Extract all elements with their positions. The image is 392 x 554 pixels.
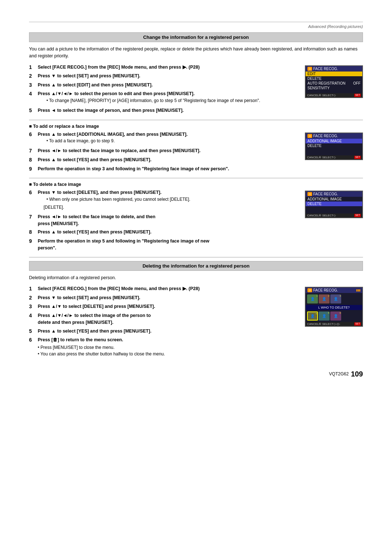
section2-intro: Deleting information of a registered per… <box>29 274 363 281</box>
thumbs-row-2: 👤 4 👤 5 👤 6 <box>306 310 362 322</box>
s2-step-3: 3 Press ▲/▼ to select [DELETE] and press… <box>29 303 298 310</box>
add-step-9: 9 Perform the operation in step 3 and fo… <box>29 166 298 173</box>
who-to-delete-label: L WHO TO DELETE? <box>306 305 362 310</box>
page-header: Advanced (Recording pictures) <box>29 22 363 29</box>
thumb-1: 👤 1 <box>307 294 318 304</box>
add-step-7: 7 Press ◄/► to select the face image to … <box>29 147 298 155</box>
s2-step-5: 5 Press ▲ to select [YES] and then press… <box>29 328 298 335</box>
face-recog-icon: ⊡ <box>307 67 312 71</box>
face-recog-icon-4: ⊡ <box>307 288 312 292</box>
menu3-additional: ADDITIONAL IMAGE <box>306 197 362 201</box>
step-5: 5 Press ◄ to select the image of person,… <box>29 107 298 114</box>
step4-subnote: To change [NAME], [PRIORITY] or [AGE] in… <box>46 97 298 104</box>
section2-steps: 1 Select [FACE RECOG.] from the [REC] Mo… <box>29 285 298 359</box>
thumb-4: 👤 4 <box>307 311 318 321</box>
s2-step-4: 4 Press ▲/▼/◄/► to select the image of t… <box>29 312 298 326</box>
menu3-footer: CANCEL⑥ SELECT◇ SET <box>306 213 362 217</box>
delete-person-panel: ⊡ FACE RECOG. ▮▮▮ 👤 1 👤 2 👤 <box>305 287 363 327</box>
thumb-2: 👤 2 <box>319 294 330 304</box>
face-recog-icon-3: ⊡ <box>307 192 312 196</box>
subsection-delete-steps: 6 Press ▼ to select [DELETE], and then p… <box>29 189 298 253</box>
s2-step-6: 6 Press [🗑] to return to the menu screen… <box>29 337 298 357</box>
footer-code: VQT2G62 <box>329 371 349 376</box>
step-2: 2 Press ▼ to select [SET] and press [MEN… <box>29 73 298 80</box>
add-step6-subnote: To add a face image, go to step 9. <box>46 138 298 144</box>
s2-step-2: 2 Press ▼ to select [SET] and press [MEN… <box>29 294 298 302</box>
del-step-9: 9 Perform the operation in step 5 and fo… <box>29 238 298 252</box>
menu1-edit: EDIT <box>306 72 362 76</box>
delete-panel-footer: CANCEL⑥ SELECT◇◁▷ SET <box>306 322 362 326</box>
del-step-8: 8 Press ▲ to select [YES] and then press… <box>29 229 298 236</box>
del-step6-subnote: When only one picture has been registere… <box>46 196 298 203</box>
face-recog-menu-1: ⊡ FACE RECOG. EDIT DELETE AUTO REGISTRAT… <box>305 65 363 98</box>
menu2-footer: CANCEL⑥ SELECT◇ SET <box>306 155 362 159</box>
page-header-text: Advanced (Recording pictures) <box>308 24 363 29</box>
menu1-sensitivity: SENSITIVITY <box>306 86 362 90</box>
subsection-delete-header: To delete a face image <box>29 182 363 187</box>
add-step-8: 8 Press ▲ to select [YES] and then press… <box>29 156 298 164</box>
step-4: 4 Press ▲/▼/◄/► to select the person to … <box>29 90 298 105</box>
face-recog-icon-2: ⊡ <box>307 134 312 138</box>
section1-header: Change the information for a registered … <box>29 32 363 42</box>
step-1: 1 Select [FACE RECOG.] from the [REC] Mo… <box>29 64 298 71</box>
section1-intro: You can add a picture to the information… <box>29 46 363 60</box>
add-step-6: 6 Press ▲ to select [ADDITIONAL IMAGE], … <box>29 131 298 146</box>
section1-steps-main: 1 Select [FACE RECOG.] from the [REC] Mo… <box>29 64 298 116</box>
page-number: 109 <box>351 370 363 378</box>
face-recog-menu-2: ⊡ FACE RECOG. ADDITIONAL IMAGE DELETE CA… <box>305 133 363 160</box>
del-step-6: 6 Press ▼ to select [DELETE], and then p… <box>29 189 298 212</box>
page-footer: VQT2G62 109 <box>29 370 363 378</box>
menu2-additional: ADDITIONAL IMAGE <box>306 139 362 143</box>
menu1-delete: DELETE <box>306 76 362 81</box>
menu1-footer: CANCEL⑥ SELECT◇ SET <box>306 93 362 97</box>
divider-2 <box>29 178 363 178</box>
subsection-add-steps: 6 Press ▲ to select [ADDITIONAL IMAGE], … <box>29 131 298 175</box>
thumb-5: 👤 5 <box>319 311 330 321</box>
menu1-auto-reg: AUTO REGISTRATIONOFF <box>306 81 362 86</box>
face-recog-menu-3: ⊡ FACE RECOG. ADDITIONAL IMAGE DELETE CA… <box>305 191 363 218</box>
subsection-add-header: To add or replace a face image <box>29 124 363 129</box>
divider-3 <box>29 257 363 257</box>
s2-step-1: 1 Select [FACE RECOG.] from the [REC] Mo… <box>29 285 298 293</box>
menu3-delete: DELETE <box>306 201 362 206</box>
section2-header: Deleting the information for a registere… <box>29 261 363 271</box>
del-step-7: 7 Press ◄/► to select the face image to … <box>29 213 298 227</box>
thumb-6: 👤 6 <box>330 311 341 321</box>
divider-1 <box>29 120 363 120</box>
menu2-delete: DELETE <box>306 143 362 148</box>
thumbs-row-1: 👤 1 👤 2 👤 3 <box>306 293 362 305</box>
step-3: 3 Press ▲ to select [EDIT] and then pres… <box>29 82 298 89</box>
thumb-3: 👤 3 <box>330 294 341 304</box>
